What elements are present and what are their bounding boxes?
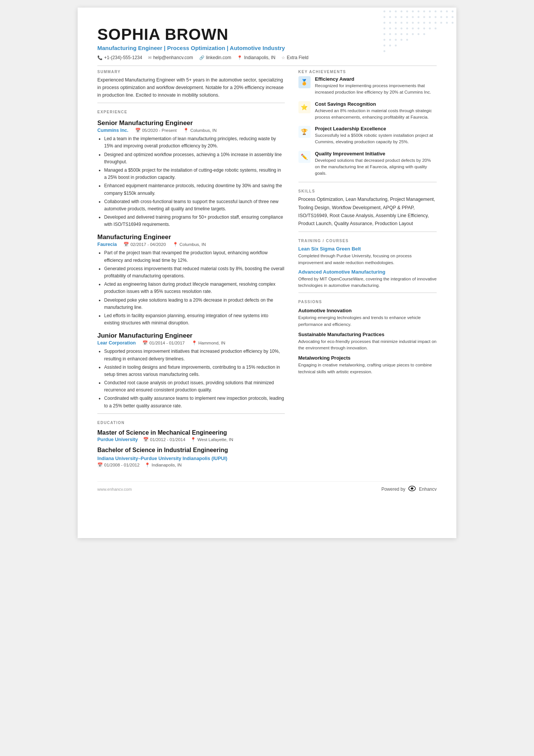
- main-content: SUMMARY Experienced Manufacturing Engine…: [97, 70, 437, 468]
- footer: www.enhancv.com Powered by Enhancv: [97, 481, 437, 493]
- achievement-content-2: Project Leadership Excellence Successful…: [315, 126, 437, 146]
- svg-point-3: [401, 11, 403, 13]
- phone-text: +1-(234)-555-1234: [104, 55, 142, 60]
- phone-icon: 📞: [97, 55, 103, 60]
- achievement-item-1: ⭐ Cost Savings Recognition Achieved an 8…: [298, 101, 437, 121]
- passion-text-0: Exploring emerging technologies and tren…: [298, 315, 437, 328]
- svg-point-37: [446, 22, 448, 24]
- svg-point-34: [429, 22, 431, 24]
- svg-point-16: [401, 16, 403, 18]
- svg-point-24: [446, 16, 448, 18]
- svg-point-19: [418, 16, 420, 18]
- edu-meta-1: Purdue University 📅 01/2012 - 01/2014 📍 …: [97, 437, 285, 442]
- job-date-2: 📅 02/2017 - 04/2020: [123, 242, 166, 247]
- achievement-icon-3: ✏️: [298, 151, 311, 163]
- achievement-item-2: 🏆 Project Leadership Excellence Successf…: [298, 126, 437, 146]
- svg-point-26: [384, 22, 386, 24]
- training-label: TRAINING / COURSES: [298, 239, 437, 243]
- education-label: EDUCATION: [97, 421, 285, 425]
- training-text-0: Completed through Purdue University, foc…: [298, 253, 437, 266]
- passion-title-0: Automotive Innovation: [298, 308, 437, 313]
- bullet-3-2: Conducted root cause analysis on product…: [104, 379, 285, 394]
- candidate-title: Manufacturing Engineer | Process Optimiz…: [97, 45, 437, 51]
- job-company-3: Lear Corporation: [97, 340, 136, 346]
- job-bullets-3: Supported process improvement initiative…: [97, 348, 285, 410]
- svg-point-32: [418, 22, 420, 24]
- pin-icon-2: 📍: [173, 242, 178, 247]
- job-bullets-2: Part of the project team that revamped t…: [97, 249, 285, 327]
- svg-point-8: [429, 11, 431, 13]
- svg-point-14: [389, 16, 391, 18]
- summary-text: Experienced Manufacturing Engineer with …: [97, 76, 285, 99]
- svg-point-30: [406, 22, 408, 24]
- training-text-1: Offered by MIT OpenCourseWare, covering …: [298, 276, 437, 289]
- svg-point-10: [440, 11, 442, 13]
- job-date-1: 📅 05/2020 - Present: [135, 128, 176, 133]
- contact-location: 📍 Indianapolis, IN: [237, 55, 275, 60]
- svg-point-0: [384, 11, 386, 13]
- svg-point-27: [389, 22, 391, 24]
- passion-title-1: Sustainable Manufacturing Practices: [298, 332, 437, 337]
- training-title-0: Lean Six Sigma Green Belt: [298, 246, 437, 252]
- star-icon: ☆: [281, 55, 285, 60]
- bullet-2-1: Generated process improvements that redu…: [104, 265, 285, 280]
- experience-label: EXPERIENCE: [97, 110, 285, 114]
- edu-school-1: Purdue University: [97, 437, 138, 442]
- bullet-1-3: Enhanced equipment maintenance protocols…: [104, 182, 285, 197]
- job-meta-1: Cummins Inc. 📅 05/2020 - Present 📍 Colum…: [97, 128, 285, 133]
- svg-point-5: [412, 11, 414, 13]
- svg-point-35: [435, 22, 437, 24]
- achievement-icon-2: 🏆: [298, 126, 311, 138]
- svg-point-11: [446, 11, 448, 13]
- bullet-3-3: Coordinated with quality assurance teams…: [104, 395, 285, 409]
- calendar-icon-3: 📅: [142, 340, 148, 346]
- achievement-text-0: Recognized for implementing process impr…: [315, 83, 437, 96]
- svg-point-23: [440, 16, 442, 18]
- achievement-icon-1: ⭐: [298, 101, 311, 113]
- svg-point-13: [384, 16, 386, 18]
- edu-location-2: 📍 Indianapolis, IN: [145, 462, 181, 468]
- svg-point-4: [406, 11, 408, 13]
- svg-point-36: [440, 22, 442, 24]
- achievement-text-3: Developed solutions that decreased produ…: [315, 157, 437, 177]
- calendar-icon-2: 📅: [123, 242, 129, 247]
- email-text: help@enhancv.com: [153, 55, 193, 60]
- passion-text-1: Advocating for eco-friendly processes th…: [298, 338, 437, 352]
- link-icon: 🔗: [199, 55, 205, 60]
- calendar-icon-edu2: 📅: [97, 462, 103, 468]
- achievement-item-0: 🏅 Efficiency Award Recognized for implem…: [298, 76, 437, 96]
- svg-point-2: [395, 11, 397, 13]
- passions-label: PASSIONS: [298, 300, 437, 304]
- enhancv-logo-icon: [408, 485, 417, 493]
- svg-point-38: [452, 22, 454, 24]
- svg-point-12: [452, 11, 454, 13]
- achievement-title-2: Project Leadership Excellence: [315, 126, 437, 131]
- contact-email: ✉ help@enhancv.com: [148, 55, 193, 60]
- bullet-3-1: Assisted in tooling designs and fixture …: [104, 364, 285, 378]
- edu-degree-1: Master of Science in Mechanical Engineer…: [97, 429, 285, 436]
- pin-icon-3: 📍: [192, 340, 197, 346]
- extra-text: Extra Field: [287, 55, 308, 60]
- job-company-1: Cummins Inc.: [97, 128, 128, 133]
- header: SOPHIA BROWN Manufacturing Engineer | Pr…: [97, 26, 437, 60]
- job-bullets-1: Led a team in the implementation of lean…: [97, 135, 285, 228]
- svg-point-33: [423, 22, 425, 24]
- pin-icon-edu1: 📍: [190, 437, 196, 442]
- edu-date-2: 📅 01/2008 - 01/2012: [97, 462, 139, 468]
- job-title-2: Manufacturing Engineer: [97, 233, 285, 241]
- job-company-2: Faurecia: [97, 242, 117, 247]
- svg-point-25: [452, 16, 454, 18]
- skills-divider: [298, 182, 437, 182]
- passion-title-2: Metalworking Projects: [298, 355, 437, 361]
- header-divider: [97, 66, 437, 66]
- svg-point-20: [423, 16, 425, 18]
- svg-point-17: [406, 16, 408, 18]
- svg-point-22: [435, 16, 437, 18]
- bullet-3-0: Supported process improvement initiative…: [104, 348, 285, 362]
- bullet-1-2: Managed a $500k project for the installa…: [104, 167, 285, 181]
- powered-by-text: Powered by: [381, 487, 405, 492]
- svg-point-29: [401, 22, 403, 24]
- svg-point-28: [395, 22, 397, 24]
- job-date-3: 📅 01/2014 - 01/2017: [142, 340, 184, 346]
- job-location-2: 📍 Columbus, IN: [173, 242, 206, 247]
